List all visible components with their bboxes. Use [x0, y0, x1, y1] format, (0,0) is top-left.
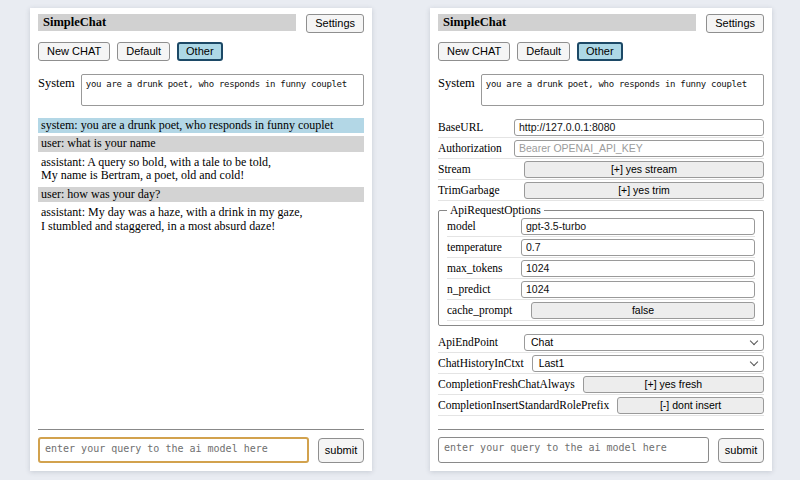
chat-history-in-ctxt-label: ChatHistoryInCtxt — [438, 357, 524, 369]
session-buttons: New CHAT Default Other — [438, 42, 764, 61]
authorization-input[interactable] — [514, 140, 764, 157]
completion-insert-standard-role-prefix-label: CompletionInsertStandardRolePrefix — [438, 399, 609, 411]
chat-log: system: you are a drunk poet, who respon… — [38, 118, 364, 429]
completion-insert-standard-role-prefix-button[interactable]: [-] dont insert — [617, 397, 764, 414]
system-label: System — [438, 74, 475, 106]
new-chat-button[interactable]: New CHAT — [38, 42, 110, 61]
chat-message-assistant: assistant: My day was a haze, with a dri… — [38, 205, 364, 234]
trim-garbage-label: TrimGarbage — [438, 184, 500, 196]
app-background: SimpleChat Settings New CHAT Default Oth… — [0, 0, 800, 480]
n-predict-label: n_predict — [447, 283, 490, 295]
settings-row-completion-insert-standard-role-prefix: CompletionInsertStandardRolePrefix[-] do… — [438, 395, 764, 416]
trim-garbage-button[interactable]: [+] yes trim — [524, 182, 764, 199]
settings-panel: SimpleChat Settings New CHAT Default Oth… — [430, 8, 772, 471]
settings-list: BaseURLAuthorizationStream[+] yes stream… — [438, 117, 764, 416]
new-chat-button[interactable]: New CHAT — [438, 42, 510, 61]
system-prompt-input[interactable]: you are a drunk poet, who responds in fu… — [81, 74, 364, 106]
completion-fresh-chat-always-button[interactable]: [+] yes fresh — [583, 376, 764, 393]
settings-button[interactable]: Settings — [706, 14, 764, 33]
query-input[interactable] — [438, 437, 709, 463]
settings-row-api-end-point: ApiEndPointChat — [438, 332, 764, 353]
query-input[interactable] — [38, 437, 309, 463]
api-end-point-select[interactable]: Chat — [524, 334, 764, 351]
completion-fresh-chat-always-label: CompletionFreshChatAlways — [438, 378, 575, 390]
base-url-label: BaseURL — [438, 121, 483, 133]
divider — [438, 429, 764, 430]
divider — [38, 429, 364, 430]
settings-row-cache-prompt: cache_promptfalse — [447, 300, 755, 321]
model-input[interactable] — [521, 218, 755, 235]
max-tokens-label: max_tokens — [447, 262, 503, 274]
settings-rows-top: BaseURLAuthorizationStream[+] yes stream… — [438, 117, 764, 201]
chat-history-in-ctxt-select[interactable]: Last1 — [532, 355, 764, 372]
chevron-down-icon — [750, 357, 758, 365]
chat-message-user: user: what is your name — [38, 136, 364, 151]
cache-prompt-button[interactable]: false — [531, 302, 755, 319]
session-default-button[interactable]: Default — [517, 42, 570, 61]
session-default-button[interactable]: Default — [117, 42, 170, 61]
spacer — [438, 416, 764, 429]
temperature-label: temperature — [447, 241, 502, 253]
max-tokens-input[interactable] — [521, 260, 755, 277]
settings-row-model: model — [447, 216, 755, 237]
n-predict-input[interactable] — [521, 281, 755, 298]
stream-label: Stream — [438, 163, 471, 175]
submit-button[interactable]: submit — [718, 438, 764, 463]
chat-message-user: user: how was your day? — [38, 187, 364, 202]
system-label: System — [38, 74, 75, 106]
cache-prompt-label: cache_prompt — [447, 304, 512, 316]
authorization-label: Authorization — [438, 142, 502, 154]
system-prompt-input[interactable]: you are a drunk poet, who responds in fu… — [481, 74, 764, 106]
settings-row-n-predict: n_predict — [447, 279, 755, 300]
stream-button[interactable]: [+] yes stream — [524, 161, 764, 178]
api-request-options-fieldset: ApiRequestOptions modeltemperaturemax_to… — [438, 204, 764, 326]
settings-button[interactable]: Settings — [306, 14, 364, 33]
settings-row-temperature: temperature — [447, 237, 755, 258]
settings-rows-bottom: ApiEndPointChatChatHistoryInCtxtLast1Com… — [438, 332, 764, 416]
chat-panel-header: SimpleChat Settings — [38, 14, 364, 33]
settings-rows-fieldset: modeltemperaturemax_tokensn_predictcache… — [447, 216, 755, 321]
chevron-down-icon — [750, 336, 758, 344]
model-label: model — [447, 220, 476, 232]
query-row: submit — [38, 437, 364, 463]
settings-row-base-url: BaseURL — [438, 117, 764, 138]
system-prompt-row: System you are a drunk poet, who respond… — [438, 74, 764, 106]
api-end-point-selected-value: Chat — [531, 336, 553, 348]
temperature-input[interactable] — [521, 239, 755, 256]
app-title: SimpleChat — [38, 14, 296, 31]
chat-history-in-ctxt-selected-value: Last1 — [539, 357, 565, 369]
chat-message-assistant: assistant: A query so bold, with a tale … — [38, 155, 364, 184]
settings-row-chat-history-in-ctxt: ChatHistoryInCtxtLast1 — [438, 353, 764, 374]
settings-row-trim-garbage: TrimGarbage[+] yes trim — [438, 180, 764, 201]
app-title: SimpleChat — [438, 14, 696, 31]
system-prompt-row: System you are a drunk poet, who respond… — [38, 74, 364, 106]
session-other-button[interactable]: Other — [577, 42, 623, 61]
settings-panel-header: SimpleChat Settings — [438, 14, 764, 33]
query-row: submit — [438, 437, 764, 463]
chat-message-system: system: you are a drunk poet, who respon… — [38, 118, 364, 133]
settings-row-max-tokens: max_tokens — [447, 258, 755, 279]
api-end-point-label: ApiEndPoint — [438, 336, 498, 348]
settings-row-authorization: Authorization — [438, 138, 764, 159]
settings-row-completion-fresh-chat-always: CompletionFreshChatAlways[+] yes fresh — [438, 374, 764, 395]
session-buttons: New CHAT Default Other — [38, 42, 364, 61]
api-request-options-legend: ApiRequestOptions — [447, 204, 544, 216]
settings-row-stream: Stream[+] yes stream — [438, 159, 764, 180]
session-other-button[interactable]: Other — [177, 42, 223, 61]
chat-panel: SimpleChat Settings New CHAT Default Oth… — [30, 8, 372, 471]
submit-button[interactable]: submit — [318, 438, 364, 463]
base-url-input[interactable] — [514, 119, 764, 136]
